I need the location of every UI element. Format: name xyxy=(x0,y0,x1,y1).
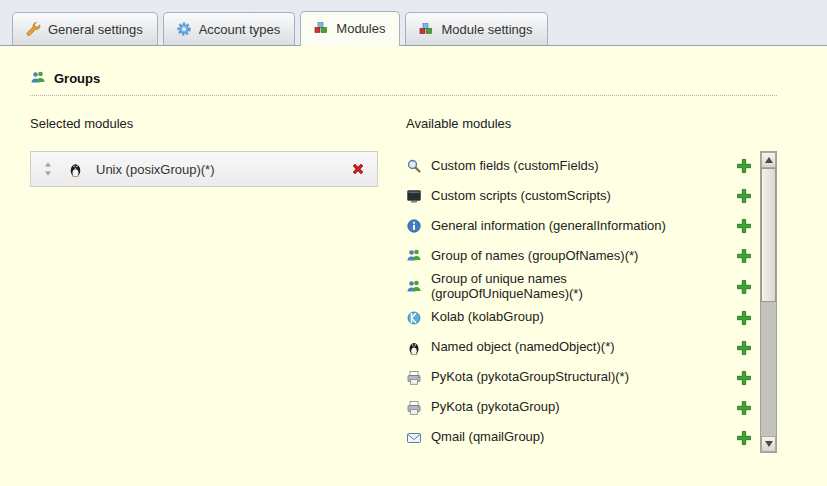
plus-icon xyxy=(736,430,752,446)
selected-module-label: Unix (posixGroup)(*) xyxy=(96,162,337,177)
scrollbar-track[interactable] xyxy=(761,168,776,436)
kolab-icon xyxy=(406,310,422,326)
remove-module-button[interactable] xyxy=(349,160,367,178)
available-module-row: PyKota (pykotaGroup) xyxy=(406,393,753,423)
settings-window: General settings Account types Modules M… xyxy=(0,0,827,486)
available-module-row: Custom fields (customFields) xyxy=(406,151,753,181)
add-module-button[interactable] xyxy=(735,187,753,205)
tab-label: Account types xyxy=(199,22,281,37)
plus-icon xyxy=(736,188,752,204)
plus-icon xyxy=(736,218,752,234)
groups-icon xyxy=(406,279,422,295)
add-module-button[interactable] xyxy=(735,399,753,417)
add-module-button[interactable] xyxy=(735,217,753,235)
available-module-label: Custom scripts (customScripts) xyxy=(431,189,703,204)
add-module-button[interactable] xyxy=(735,247,753,265)
page-title: Groups xyxy=(54,71,100,86)
scroll-up-button[interactable] xyxy=(761,152,776,168)
scrollbar-thumb[interactable] xyxy=(761,168,776,302)
available-module-label: PyKota (pykotaGroup) xyxy=(431,400,703,415)
modules-icon xyxy=(418,21,434,37)
tab-modules[interactable]: Modules xyxy=(300,11,400,46)
plus-icon xyxy=(736,279,752,295)
available-modules-heading: Available modules xyxy=(406,116,777,131)
modules-icon xyxy=(313,20,329,36)
available-module-row: General information (generalInformation) xyxy=(406,211,753,241)
tab-module-settings[interactable]: Module settings xyxy=(405,12,547,45)
info-icon xyxy=(406,218,422,234)
plus-icon xyxy=(736,370,752,386)
selected-modules-heading: Selected modules xyxy=(30,116,378,131)
tab-bar: General settings Account types Modules M… xyxy=(0,0,827,46)
groups-icon xyxy=(406,248,422,264)
tab-general-settings[interactable]: General settings xyxy=(12,12,158,45)
gear-icon xyxy=(176,21,192,37)
section-header: Groups xyxy=(30,70,777,96)
available-module-row: Custom scripts (customScripts) xyxy=(406,181,753,211)
available-module-row: PyKota (pykotaGroupStructural)(*) xyxy=(406,363,753,393)
modules-tab-content: Groups Selected modules Unix (posixGroup… xyxy=(0,46,827,486)
plus-icon xyxy=(736,400,752,416)
arrow-up-icon xyxy=(765,157,773,163)
add-module-button[interactable] xyxy=(735,369,753,387)
available-module-label: Qmail (qmailGroup) xyxy=(431,430,703,445)
tab-label: Modules xyxy=(336,21,385,36)
arrow-down-icon xyxy=(765,441,773,447)
available-modules-list: Custom fields (customFields) Custom scri… xyxy=(406,151,753,453)
plus-icon xyxy=(736,310,752,326)
add-module-button[interactable] xyxy=(735,429,753,447)
available-module-label: Named object (namedObject)(*) xyxy=(431,340,703,355)
available-module-row: Kolab (kolabGroup) xyxy=(406,303,753,333)
available-module-label: General information (generalInformation) xyxy=(431,219,703,234)
selected-modules-column: Selected modules Unix (posixGroup)(*) xyxy=(30,116,378,453)
available-module-label: PyKota (pykotaGroupStructural)(*) xyxy=(431,370,703,385)
plus-icon xyxy=(736,248,752,264)
plus-icon xyxy=(736,340,752,356)
available-module-label: Custom fields (customFields) xyxy=(431,159,703,174)
available-module-label: Kolab (kolabGroup) xyxy=(431,310,703,325)
available-module-row: Named object (namedObject)(*) xyxy=(406,333,753,363)
available-module-row: Qmail (qmailGroup) xyxy=(406,423,753,453)
selected-module-row: Unix (posixGroup)(*) xyxy=(30,151,378,187)
scroll-down-button[interactable] xyxy=(761,436,776,452)
add-module-button[interactable] xyxy=(735,157,753,175)
available-modules-scrollbar[interactable] xyxy=(760,151,777,453)
drag-handle[interactable] xyxy=(41,161,55,177)
selected-modules-list: Unix (posixGroup)(*) xyxy=(30,151,378,187)
tab-label: Module settings xyxy=(441,22,532,37)
printer-icon xyxy=(406,370,422,386)
add-module-button[interactable] xyxy=(735,278,753,296)
available-module-label: Group of unique names (groupOfUniqueName… xyxy=(431,272,703,302)
printer-icon xyxy=(406,400,422,416)
available-module-label: Group of names (groupOfNames)(*) xyxy=(431,249,703,264)
tab-account-types[interactable]: Account types xyxy=(163,12,296,45)
available-modules-column: Available modules Custom fields (customF… xyxy=(406,116,777,453)
delete-icon xyxy=(350,161,366,177)
tux-icon xyxy=(406,340,422,356)
plus-icon xyxy=(736,158,752,174)
wrench-icon xyxy=(25,21,41,37)
groups-icon xyxy=(30,70,46,86)
sort-arrows-icon xyxy=(40,161,56,177)
available-module-row: Group of unique names (groupOfUniqueName… xyxy=(406,271,753,303)
tab-label: General settings xyxy=(48,22,143,37)
add-module-button[interactable] xyxy=(735,339,753,357)
mail-icon xyxy=(406,430,422,446)
magnifier-icon xyxy=(406,158,422,174)
tux-icon xyxy=(67,161,84,178)
add-module-button[interactable] xyxy=(735,309,753,327)
screen-icon xyxy=(406,188,422,204)
available-module-row: Group of names (groupOfNames)(*) xyxy=(406,241,753,271)
